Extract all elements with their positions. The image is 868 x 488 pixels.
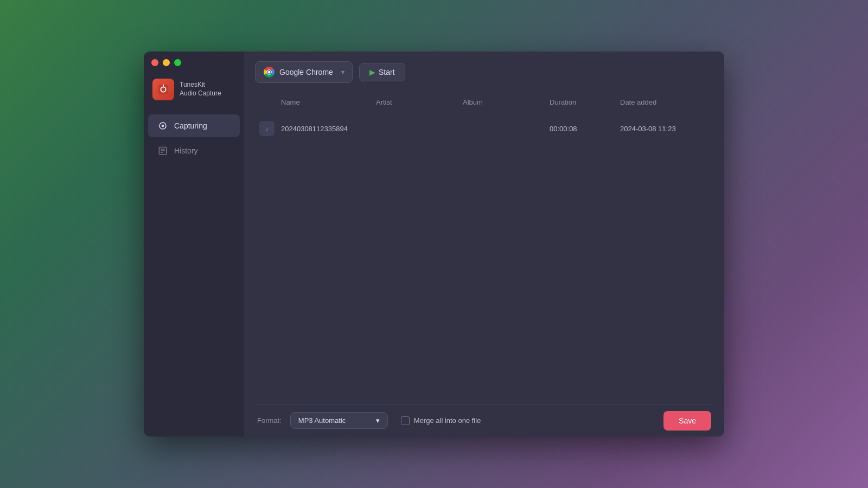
start-label: Start xyxy=(379,68,395,76)
format-value: MP3 Automatic xyxy=(298,416,372,425)
table-container: Name Artist Album Duration Date added ♪ … xyxy=(255,92,713,404)
close-button[interactable] xyxy=(151,59,158,66)
traffic-lights xyxy=(151,59,181,66)
chrome-icon xyxy=(263,66,275,78)
sidebar: TunesKit Audio Capture Capturing xyxy=(144,52,244,436)
header-name: Name xyxy=(277,96,372,108)
row-date-added: 2024-03-08 11:23 xyxy=(616,120,713,137)
play-icon: ▶ xyxy=(369,68,375,76)
history-label: History xyxy=(174,146,198,155)
main-window: TunesKit Audio Capture Capturing xyxy=(144,52,724,436)
sidebar-item-capturing[interactable]: Capturing xyxy=(148,114,240,137)
minimize-button[interactable] xyxy=(163,59,170,66)
row-name: 20240308112335894 xyxy=(277,120,372,137)
capturing-icon xyxy=(157,120,169,132)
footer: Format: MP3 Automatic ▾ Merge all into o… xyxy=(255,404,713,436)
save-button[interactable]: Save xyxy=(663,411,711,431)
row-album xyxy=(458,124,545,133)
app-logo: TunesKit Audio Capture xyxy=(144,79,244,113)
header-date-added: Date added xyxy=(616,96,713,108)
start-button[interactable]: ▶ Start xyxy=(359,63,405,81)
capturing-label: Capturing xyxy=(174,121,207,130)
format-chevron-icon: ▾ xyxy=(376,416,380,425)
row-duration: 00:00:08 xyxy=(545,120,616,137)
toolbar: Google Chrome ▾ ▶ Start xyxy=(255,61,713,83)
app-name: TunesKit Audio Capture xyxy=(180,81,221,98)
maximize-button[interactable] xyxy=(174,59,181,66)
header-duration: Duration xyxy=(545,96,616,108)
header-album: Album xyxy=(458,96,545,108)
row-icon-cell: ♪ xyxy=(255,117,277,140)
merge-checkbox[interactable] xyxy=(401,416,410,425)
main-content: Google Chrome ▾ ▶ Start Name Artist Albu… xyxy=(244,52,724,436)
browser-name: Google Chrome xyxy=(279,68,337,76)
table-row[interactable]: ♪ 20240308112335894 00:00:08 2024-03-08 … xyxy=(255,114,713,143)
sidebar-item-history[interactable]: History xyxy=(148,139,240,162)
format-label: Format: xyxy=(257,416,282,425)
merge-label: Merge all into one file xyxy=(414,416,481,425)
history-icon xyxy=(157,145,169,157)
browser-selector[interactable]: Google Chrome ▾ xyxy=(255,61,353,83)
music-file-icon: ♪ xyxy=(259,121,275,136)
chevron-down-icon: ▾ xyxy=(341,68,344,76)
app-icon xyxy=(152,79,174,100)
header-artist: Artist xyxy=(372,96,458,108)
header-checkbox xyxy=(255,96,277,108)
format-selector[interactable]: MP3 Automatic ▾ xyxy=(290,412,388,429)
table-header: Name Artist Album Duration Date added xyxy=(255,92,713,113)
svg-point-4 xyxy=(162,125,164,127)
merge-checkbox-area: Merge all into one file xyxy=(401,416,481,425)
svg-point-11 xyxy=(268,71,270,73)
row-artist xyxy=(372,124,458,133)
